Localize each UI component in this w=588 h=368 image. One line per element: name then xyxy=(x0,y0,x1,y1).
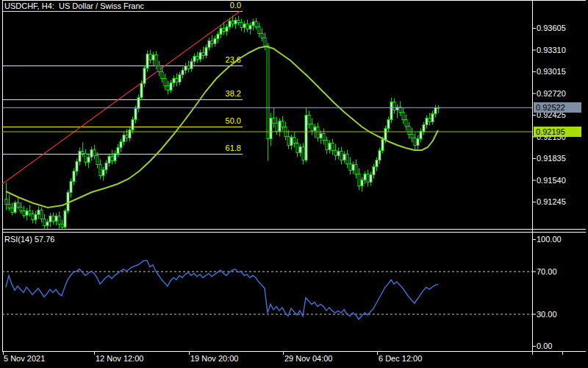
chart-canvas[interactable] xyxy=(0,0,588,368)
time-axis-label: 19 Nov 20:00 xyxy=(190,353,238,364)
last-price-label: 0.92522 xyxy=(534,102,581,113)
fib-level-label: 50.0 xyxy=(200,116,241,126)
fib-level-label: 23.6 xyxy=(200,55,241,65)
rsi-axis-label: 100.00 xyxy=(537,234,562,244)
price-axis-label: 0.91540 xyxy=(537,175,566,185)
rsi-line[interactable] xyxy=(6,261,438,319)
price-axis-label: 0.92720 xyxy=(537,88,566,99)
chart-window: USDCHF, H4: US Dollar / Swiss Franc RSI(… xyxy=(0,0,588,368)
time-axis-label: 29 Nov 04:00 xyxy=(284,353,332,364)
price-axis-label: 0.93015 xyxy=(537,66,566,77)
price-axis-label: 0.93310 xyxy=(537,45,566,55)
price-axis-label: 0.91245 xyxy=(537,197,566,207)
axis-ticks xyxy=(4,29,563,355)
rsi-indicator-label: RSI(14) 57.76 xyxy=(4,234,54,244)
fibonacci-retracement[interactable] xyxy=(2,12,243,155)
time-axis-label: 6 Dec 12:00 xyxy=(379,353,422,364)
rsi-axis-label: 0.00 xyxy=(537,341,552,351)
chart-frame xyxy=(2,0,586,355)
rsi-axis-label: 30.00 xyxy=(537,309,557,319)
price-axis-label: 0.91835 xyxy=(537,153,566,163)
fib-level-label: 61.8 xyxy=(200,144,241,153)
fib-level-label: 0.0 xyxy=(200,1,241,10)
price-axis-label: 0.93605 xyxy=(537,23,566,33)
time-axis-label: 12 Nov 12:00 xyxy=(96,353,143,364)
chart-symbol-title: USDCHF, H4: US Dollar / Swiss Franc xyxy=(4,1,144,11)
time-axis-label: 5 Nov 2021 xyxy=(4,353,45,364)
rsi-axis-label: 70.00 xyxy=(537,266,557,277)
fib-level-label: 38.2 xyxy=(200,89,241,99)
bid-price-label: 0.92195 xyxy=(534,127,581,137)
